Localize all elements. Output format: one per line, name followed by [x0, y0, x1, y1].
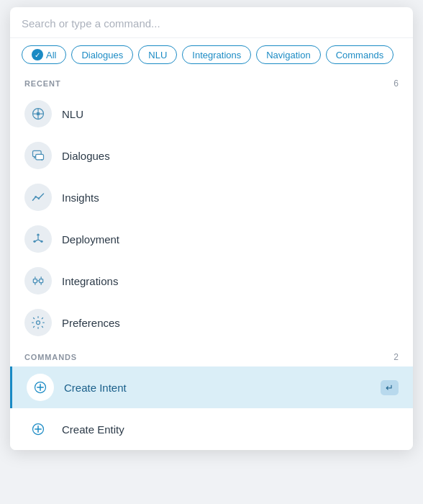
svg-rect-16: [33, 279, 37, 283]
command-item-create-intent[interactable]: Create Intent ↵: [10, 366, 413, 408]
filter-label-nlu: NLU: [148, 50, 167, 60]
nlu-icon: [24, 100, 52, 127]
filter-chip-integrations[interactable]: Integrations: [182, 45, 251, 64]
filter-label-navigation: Navigation: [266, 50, 310, 60]
create-intent-icon: [27, 374, 54, 401]
recent-item-insights-label: Insights: [62, 192, 99, 204]
recent-section-title: RECENT: [24, 79, 61, 88]
svg-rect-7: [36, 154, 44, 160]
recent-item-nlu[interactable]: NLU: [10, 93, 413, 135]
command-item-create-entity-label: Create Entity: [62, 423, 124, 436]
recent-item-integrations[interactable]: Integrations: [10, 260, 413, 302]
filter-label-commands: Commands: [336, 50, 383, 60]
check-icon: ✓: [32, 49, 43, 60]
enter-badge: ↵: [381, 380, 399, 395]
svg-point-8: [35, 196, 37, 198]
recent-item-preferences-label: Preferences: [62, 317, 120, 329]
filter-bar: ✓ All Dialogues NLU Integrations Navigat…: [10, 38, 413, 73]
filter-chip-all[interactable]: ✓ All: [22, 45, 66, 64]
commands-section-header: COMMANDS 2: [10, 346, 413, 366]
recent-item-nlu-label: NLU: [62, 108, 83, 120]
svg-point-23: [37, 321, 40, 325]
recent-item-deployment[interactable]: Deployment: [10, 218, 413, 260]
command-item-create-entity[interactable]: Create Entity: [10, 408, 413, 450]
recent-item-integrations-label: Integrations: [62, 275, 118, 287]
command-item-create-intent-label: Create Intent: [64, 382, 127, 394]
filter-chip-nlu[interactable]: NLU: [138, 45, 177, 64]
insights-icon: [24, 184, 52, 211]
command-palette: ✓ All Dialogues NLU Integrations Navigat…: [10, 7, 413, 450]
recent-item-preferences[interactable]: Preferences: [10, 302, 413, 343]
filter-label-dialogues: Dialogues: [81, 50, 123, 60]
filter-chip-navigation[interactable]: Navigation: [256, 45, 320, 64]
search-input[interactable]: [22, 17, 401, 30]
create-entity-icon: [24, 415, 52, 443]
recent-item-dialogues[interactable]: Dialogues: [10, 135, 413, 176]
filter-label-integrations: Integrations: [192, 50, 241, 60]
commands-section-title: COMMANDS: [24, 353, 77, 361]
filter-label-all: All: [46, 50, 56, 60]
search-bar: [10, 7, 413, 38]
recent-section-count: 6: [394, 78, 399, 89]
preferences-icon: [24, 309, 52, 336]
svg-point-9: [38, 197, 40, 199]
commands-section-count: 2: [394, 352, 399, 362]
svg-rect-17: [40, 279, 43, 283]
recent-item-insights[interactable]: Insights: [10, 176, 413, 218]
filter-chip-dialogues[interactable]: Dialogues: [71, 45, 133, 64]
recent-item-deployment-label: Deployment: [62, 233, 119, 246]
dialogues-icon: [24, 142, 52, 169]
recent-section-header: RECENT 6: [10, 73, 413, 93]
deployment-icon: [24, 225, 52, 253]
svg-point-1: [37, 112, 40, 116]
filter-chip-commands[interactable]: Commands: [326, 45, 394, 64]
recent-item-dialogues-label: Dialogues: [62, 150, 110, 162]
svg-point-10: [37, 234, 39, 236]
integrations-icon: [24, 267, 52, 294]
